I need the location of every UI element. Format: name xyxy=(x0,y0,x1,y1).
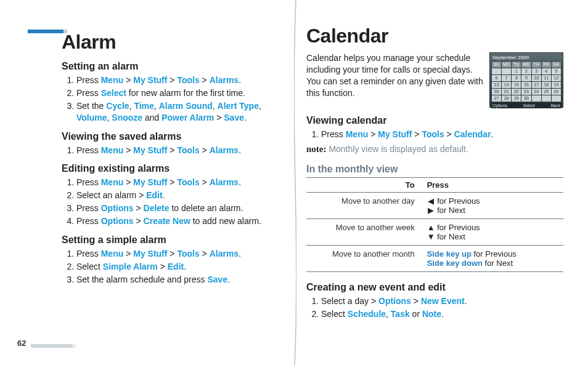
keyword: Tools xyxy=(177,145,199,155)
phone-day: 13 xyxy=(492,82,501,88)
section-steps: Press Menu > My Stuff > Tools > Alarms.S… xyxy=(62,248,276,286)
section-steps: Press Menu > My Stuff > Tools > Alarms.P… xyxy=(62,74,276,124)
keyword: Menu xyxy=(101,177,124,187)
section-steps: Press Menu > My Stuff > Tools > Alarms.S… xyxy=(62,177,276,227)
phone-day: 24 xyxy=(532,89,541,95)
phone-day: 10 xyxy=(532,75,541,81)
keyword: Schedule xyxy=(348,309,386,319)
keyword: Snooze xyxy=(112,113,142,122)
keyword: New Event xyxy=(421,296,465,306)
keyword: Simple Alarm xyxy=(103,262,158,271)
creating-event-heading: Creating a new event and edit xyxy=(306,282,563,293)
softkey-left: Options xyxy=(492,103,507,108)
phone-day: 16 xyxy=(521,82,531,88)
section-heading: Viewing the saved alarms xyxy=(62,131,276,142)
keyword: Tools xyxy=(177,249,199,259)
page-number-bar-end xyxy=(73,344,76,348)
keyword: Tools xyxy=(177,177,199,187)
phone-weekday: WE xyxy=(521,62,531,68)
arrow-icon: ▲ xyxy=(427,223,435,232)
keyword: Alarm Sound xyxy=(159,101,213,111)
keyword: Alarms xyxy=(210,145,239,155)
nav-table: To Press Move to another day◀ for Previo… xyxy=(306,177,563,272)
arrow-icon: ◀ xyxy=(427,196,435,206)
section-heading: Setting an alarm xyxy=(62,61,276,72)
keyword: My Stuff xyxy=(133,145,167,155)
phone-day: 20 xyxy=(492,89,501,95)
phone-day: 9 xyxy=(521,75,531,81)
calendar-note: note: Monthly view is displayed as defau… xyxy=(306,143,563,155)
phone-weekday: FR xyxy=(542,62,551,68)
right-column: Calendar Calendar helps you manage your … xyxy=(294,0,588,365)
keyword: Options xyxy=(101,216,134,226)
phone-day: 30 xyxy=(521,95,531,102)
phone-day: 5 xyxy=(552,68,561,74)
phone-day: 27 xyxy=(492,95,501,102)
note-body: Monthly view is displayed as default. xyxy=(327,144,468,154)
step: Select an alarm > Edit. xyxy=(76,190,276,201)
keyword: Create New xyxy=(144,216,190,226)
phone-weekday: SU xyxy=(492,62,501,68)
nav-press: ▲ for Previous▼ for Next xyxy=(422,219,563,246)
phone-day: 18 xyxy=(542,82,551,88)
step: Press Options > Create New to add new al… xyxy=(76,215,276,227)
page-number-bar xyxy=(31,344,74,348)
phone-cal-title: September 2009 xyxy=(491,54,561,61)
page-number: 62 xyxy=(17,339,26,348)
step: Press Menu > My Stuff > Tools > Alarms. xyxy=(76,177,276,188)
keyword: Menu xyxy=(101,75,124,85)
phone-day: 26 xyxy=(552,89,561,95)
phone-day: 12 xyxy=(552,75,561,81)
keyword: Menu xyxy=(346,129,369,139)
calendar-intro: Calendar helps you manage your schedule … xyxy=(306,52,483,104)
keyword: Tools xyxy=(422,129,444,139)
phone-day: 7 xyxy=(502,75,511,81)
monthly-view-heading: In the monthly view xyxy=(306,164,563,175)
phone-weekday: SA xyxy=(552,62,561,68)
nav-to: Move to another week xyxy=(306,219,422,246)
keyword: Select xyxy=(101,88,126,98)
alarm-sections: Setting an alarmPress Menu > My Stuff > … xyxy=(62,61,276,286)
keyword: Save xyxy=(224,113,244,122)
nav-th-to: To xyxy=(306,178,422,193)
phone-day: 21 xyxy=(502,89,511,95)
left-column: Alarm Setting an alarmPress Menu > My St… xyxy=(0,0,294,365)
section-heading: Setting a simple alarm xyxy=(62,235,276,246)
keyword: Calendar xyxy=(454,129,491,139)
phone-day: 19 xyxy=(552,82,561,88)
step: Press Menu > My Stuff > Tools > Alarms. xyxy=(76,74,276,86)
keyword: My Stuff xyxy=(133,75,167,85)
keyword: Tools xyxy=(177,75,199,85)
section-heading: Editing existing alarms xyxy=(62,163,276,174)
keyword: Alert Type xyxy=(218,101,259,111)
phone-day: 28 xyxy=(502,95,511,102)
step: Set the alarm schedule and press Save. xyxy=(76,274,276,286)
note-label: note: xyxy=(306,144,327,154)
keyword: Cycle xyxy=(106,101,129,111)
phone-day: 17 xyxy=(532,82,541,88)
step: Select Schedule, Task or Note. xyxy=(321,308,563,320)
phone-day: 14 xyxy=(502,82,511,88)
keyword: My Stuff xyxy=(378,129,412,139)
keyword: My Stuff xyxy=(133,177,167,187)
softkey-center: Select xyxy=(523,103,535,108)
calendar-phone-screenshot: September 2009 SUMOTUWETHFRSA12345678910… xyxy=(489,52,563,108)
nav-row: Move to another monthSide key up for Pre… xyxy=(306,246,563,272)
keyword: Delete xyxy=(144,203,169,213)
phone-day xyxy=(532,95,541,102)
keyword: Edit xyxy=(146,190,162,200)
phone-day xyxy=(492,68,501,74)
phone-day xyxy=(502,68,511,74)
nav-table-header-row: To Press xyxy=(306,178,563,193)
arrow-icon: ▼ xyxy=(427,232,435,241)
phone-day: 29 xyxy=(512,95,521,102)
nav-row: Move to another week▲ for Previous▼ for … xyxy=(306,219,563,246)
phone-day: 25 xyxy=(542,89,551,95)
keyword: My Stuff xyxy=(133,249,167,259)
phone-day: 4 xyxy=(542,68,551,74)
step: Press Options > Delete to delete an alar… xyxy=(76,203,276,214)
keyword: Options xyxy=(378,296,411,306)
step: Set the Cycle, Time, Alarm Sound, Alert … xyxy=(76,100,276,124)
nav-th-press: Press xyxy=(422,178,563,193)
keyword: Side key down xyxy=(427,259,483,268)
